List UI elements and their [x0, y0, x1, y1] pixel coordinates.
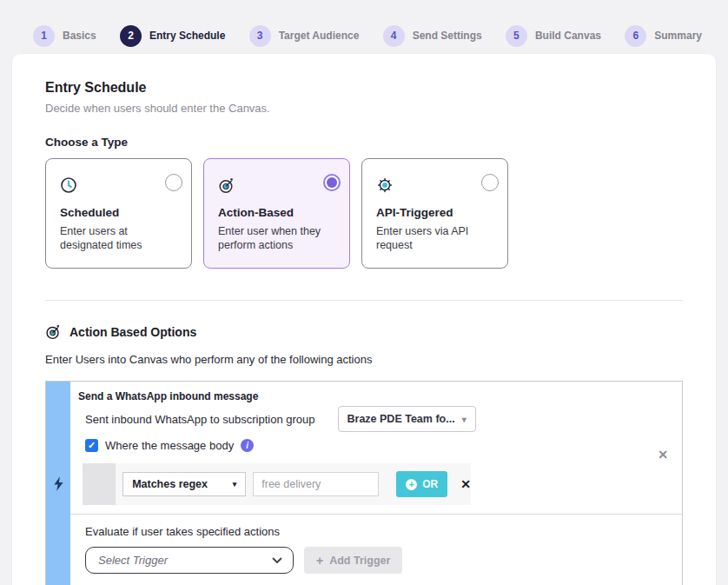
condition-row: Matches regex ▾ + OR ✕: [83, 463, 471, 505]
add-trigger-button[interactable]: + Add Trigger: [304, 547, 402, 574]
subscription-label: Sent inbound WhatsApp to subscription gr…: [85, 413, 315, 426]
message-body-filter-row: ✓ Where the message body i: [78, 439, 668, 452]
radio-api-triggered[interactable]: [481, 174, 499, 191]
action-options-header: Action Based Options: [45, 323, 683, 340]
option-api-triggered[interactable]: API-Triggered Enter users via API reques…: [361, 158, 508, 269]
gear-icon: [376, 176, 394, 194]
option-description: Enter user when they perform actions: [218, 224, 327, 252]
option-action-based[interactable]: Action-Based Enter user when they perfor…: [203, 158, 350, 269]
entry-schedule-panel: Entry Schedule Decide when users should …: [12, 54, 716, 585]
where-message-body-label: Where the message body: [105, 439, 234, 452]
select-trigger-dropdown[interactable]: Select Trigger: [85, 547, 294, 574]
trigger-title: Send a WhatsApp inbound message: [78, 390, 668, 402]
add-or-condition-button[interactable]: + OR: [396, 471, 447, 497]
step-basics[interactable]: 1 Basics: [33, 25, 96, 47]
step-label: Basics: [63, 30, 96, 42]
radio-scheduled[interactable]: [165, 174, 182, 191]
clock-icon: [60, 176, 77, 194]
target-icon: [218, 176, 235, 194]
plus-circle-icon: +: [406, 479, 417, 490]
subscription-group-value: Braze PDE Team fo...: [347, 413, 455, 425]
step-number-badge: 4: [383, 25, 405, 47]
step-build-canvas[interactable]: 5 Build Canvas: [506, 25, 601, 47]
step-send-settings[interactable]: 4 Send Settings: [383, 25, 482, 47]
step-number-badge: 3: [249, 25, 271, 47]
step-label: Send Settings: [413, 30, 482, 42]
remove-condition-icon[interactable]: ✕: [460, 477, 471, 491]
choose-type-label: Choose a Type: [45, 136, 683, 149]
chevron-down-icon: [272, 557, 282, 564]
option-title: API-Triggered: [376, 206, 493, 219]
option-description: Enter users at designated times: [60, 224, 169, 252]
add-trigger-row: Select Trigger + Add Trigger: [78, 547, 668, 574]
info-icon[interactable]: i: [241, 439, 254, 452]
trigger-card: ✕ Send a WhatsApp inbound message Sent i…: [45, 381, 683, 585]
step-target-audience[interactable]: 3 Target Audience: [249, 25, 360, 47]
step-number-badge: 5: [506, 25, 527, 47]
step-number-badge: 2: [120, 25, 142, 47]
step-label: Build Canvas: [535, 30, 601, 42]
step-summary[interactable]: 6 Summary: [625, 25, 702, 47]
section-divider: [45, 300, 683, 301]
action-options-title: Action Based Options: [69, 325, 196, 339]
trigger-divider: [70, 514, 682, 515]
where-message-body-checkbox[interactable]: ✓: [85, 439, 98, 452]
subscription-row: Sent inbound WhatsApp to subscription gr…: [78, 406, 668, 432]
trigger-accent-strip: [46, 382, 70, 585]
evaluate-label: Evaluate if user takes specified actions: [78, 525, 668, 538]
operator-value: Matches regex: [132, 478, 208, 490]
step-number-badge: 1: [33, 25, 55, 47]
step-entry-schedule[interactable]: 2 Entry Schedule: [120, 25, 225, 47]
page-title: Entry Schedule: [45, 80, 683, 96]
step-label: Target Audience: [279, 30, 360, 42]
regex-value-input[interactable]: [253, 472, 379, 496]
step-label: Entry Schedule: [149, 30, 225, 42]
select-trigger-placeholder: Select Trigger: [98, 554, 168, 567]
action-options-description: Enter Users into Canvas who perform any …: [45, 353, 683, 366]
lightning-bolt-icon: [53, 476, 64, 491]
add-trigger-label: Add Trigger: [329, 555, 390, 567]
operator-select[interactable]: Matches regex ▾: [122, 472, 246, 496]
chevron-down-icon: ▾: [233, 480, 237, 489]
option-scheduled[interactable]: Scheduled Enter users at designated time…: [45, 158, 192, 269]
subscription-group-select[interactable]: Braze PDE Team fo... ▾: [338, 406, 476, 432]
page-subtitle: Decide when users should enter the Canva…: [45, 102, 683, 115]
step-label: Summary: [654, 30, 702, 42]
remove-trigger-icon[interactable]: ✕: [658, 448, 668, 462]
target-icon: [45, 323, 62, 340]
wizard-stepper: 1 Basics 2 Entry Schedule 3 Target Audie…: [0, 0, 728, 54]
option-title: Action-Based: [218, 206, 335, 219]
drag-handle[interactable]: [83, 463, 116, 505]
option-description: Enter users via API request: [376, 224, 485, 252]
chevron-down-icon: ▾: [462, 415, 467, 424]
plus-icon: +: [316, 554, 323, 568]
entry-type-options: Scheduled Enter users at designated time…: [45, 158, 683, 269]
step-number-badge: 6: [625, 25, 646, 47]
radio-action-based[interactable]: [323, 174, 341, 191]
option-title: Scheduled: [60, 206, 177, 219]
trigger-content: Send a WhatsApp inbound message Sent inb…: [70, 382, 682, 574]
or-button-label: OR: [422, 478, 438, 490]
